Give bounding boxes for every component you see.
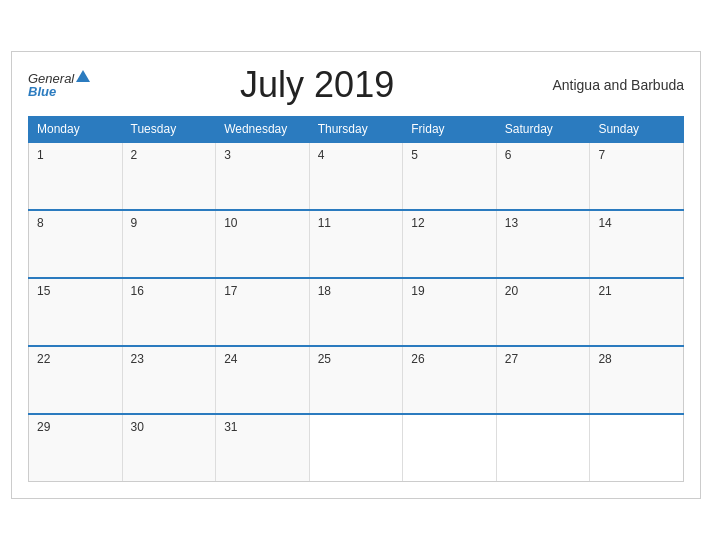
calendar-day-cell (309, 414, 403, 482)
logo: General Blue (28, 72, 90, 98)
weekday-header: Monday (29, 116, 123, 142)
day-number: 21 (598, 284, 611, 298)
calendar-day-cell: 16 (122, 278, 216, 346)
calendar-day-cell: 15 (29, 278, 123, 346)
calendar-week-row: 1234567 (29, 142, 684, 210)
calendar-day-cell (403, 414, 497, 482)
calendar-day-cell: 4 (309, 142, 403, 210)
calendar-day-cell: 8 (29, 210, 123, 278)
calendar-grid: MondayTuesdayWednesdayThursdayFridaySatu… (28, 116, 684, 483)
calendar-header-row: MondayTuesdayWednesdayThursdayFridaySatu… (29, 116, 684, 142)
calendar-day-cell: 7 (590, 142, 684, 210)
day-number: 11 (318, 216, 331, 230)
calendar-day-cell: 5 (403, 142, 497, 210)
day-number: 16 (131, 284, 144, 298)
calendar-day-cell: 26 (403, 346, 497, 414)
weekday-header: Friday (403, 116, 497, 142)
calendar-day-cell: 29 (29, 414, 123, 482)
day-number: 8 (37, 216, 44, 230)
day-number: 28 (598, 352, 611, 366)
calendar-day-cell (496, 414, 590, 482)
calendar-day-cell: 13 (496, 210, 590, 278)
calendar-day-cell: 19 (403, 278, 497, 346)
day-number: 30 (131, 420, 144, 434)
weekday-header: Saturday (496, 116, 590, 142)
day-number: 2 (131, 148, 138, 162)
day-number: 10 (224, 216, 237, 230)
calendar-week-row: 293031 (29, 414, 684, 482)
day-number: 7 (598, 148, 605, 162)
calendar-day-cell: 24 (216, 346, 310, 414)
logo-general-text: General (28, 72, 74, 85)
calendar-week-row: 15161718192021 (29, 278, 684, 346)
day-number: 14 (598, 216, 611, 230)
calendar-day-cell: 25 (309, 346, 403, 414)
day-number: 31 (224, 420, 237, 434)
day-number: 12 (411, 216, 424, 230)
logo-blue-text: Blue (28, 85, 90, 98)
weekday-header: Wednesday (216, 116, 310, 142)
day-number: 17 (224, 284, 237, 298)
calendar-day-cell: 20 (496, 278, 590, 346)
calendar-day-cell: 27 (496, 346, 590, 414)
day-number: 27 (505, 352, 518, 366)
calendar-day-cell: 18 (309, 278, 403, 346)
calendar-day-cell: 3 (216, 142, 310, 210)
calendar-header: General Blue July 2019 Antigua and Barbu… (28, 64, 684, 106)
day-number: 18 (318, 284, 331, 298)
day-number: 26 (411, 352, 424, 366)
calendar-day-cell: 22 (29, 346, 123, 414)
logo-triangle-icon (76, 70, 90, 82)
calendar-title: July 2019 (90, 64, 544, 106)
day-number: 20 (505, 284, 518, 298)
calendar-day-cell: 9 (122, 210, 216, 278)
calendar-container: General Blue July 2019 Antigua and Barbu… (11, 51, 701, 500)
calendar-day-cell: 21 (590, 278, 684, 346)
day-number: 15 (37, 284, 50, 298)
calendar-day-cell: 6 (496, 142, 590, 210)
calendar-week-row: 891011121314 (29, 210, 684, 278)
calendar-day-cell: 10 (216, 210, 310, 278)
calendar-day-cell: 17 (216, 278, 310, 346)
day-number: 5 (411, 148, 418, 162)
day-number: 3 (224, 148, 231, 162)
calendar-day-cell: 30 (122, 414, 216, 482)
day-number: 6 (505, 148, 512, 162)
calendar-day-cell (590, 414, 684, 482)
calendar-day-cell: 23 (122, 346, 216, 414)
day-number: 1 (37, 148, 44, 162)
day-number: 9 (131, 216, 138, 230)
calendar-day-cell: 14 (590, 210, 684, 278)
day-number: 23 (131, 352, 144, 366)
calendar-day-cell: 31 (216, 414, 310, 482)
calendar-week-row: 22232425262728 (29, 346, 684, 414)
calendar-day-cell: 1 (29, 142, 123, 210)
calendar-day-cell: 11 (309, 210, 403, 278)
calendar-day-cell: 12 (403, 210, 497, 278)
day-number: 19 (411, 284, 424, 298)
weekday-header: Tuesday (122, 116, 216, 142)
day-number: 29 (37, 420, 50, 434)
calendar-day-cell: 2 (122, 142, 216, 210)
day-number: 24 (224, 352, 237, 366)
day-number: 25 (318, 352, 331, 366)
day-number: 4 (318, 148, 325, 162)
weekday-header: Thursday (309, 116, 403, 142)
day-number: 13 (505, 216, 518, 230)
calendar-day-cell: 28 (590, 346, 684, 414)
day-number: 22 (37, 352, 50, 366)
country-name: Antigua and Barbuda (544, 77, 684, 93)
weekday-header: Sunday (590, 116, 684, 142)
